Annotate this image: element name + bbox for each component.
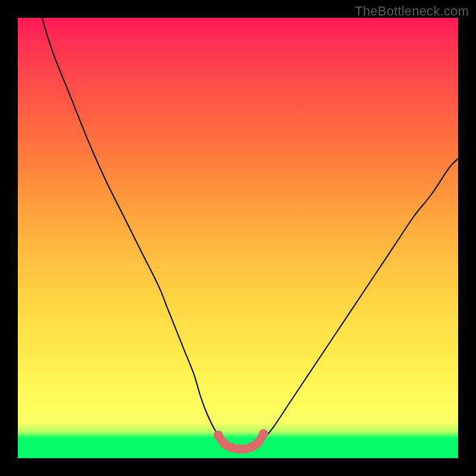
valley-dot xyxy=(214,431,223,440)
valley-highlight-dots xyxy=(214,429,268,453)
watermark-text: TheBottleneck.com xyxy=(355,4,469,19)
valley-dot xyxy=(253,438,262,447)
plot-area xyxy=(18,18,458,458)
chart-svg xyxy=(18,18,458,458)
valley-dot xyxy=(259,429,268,439)
chart-container: TheBottleneck.com xyxy=(0,0,476,476)
bottleneck-curve xyxy=(42,18,458,449)
